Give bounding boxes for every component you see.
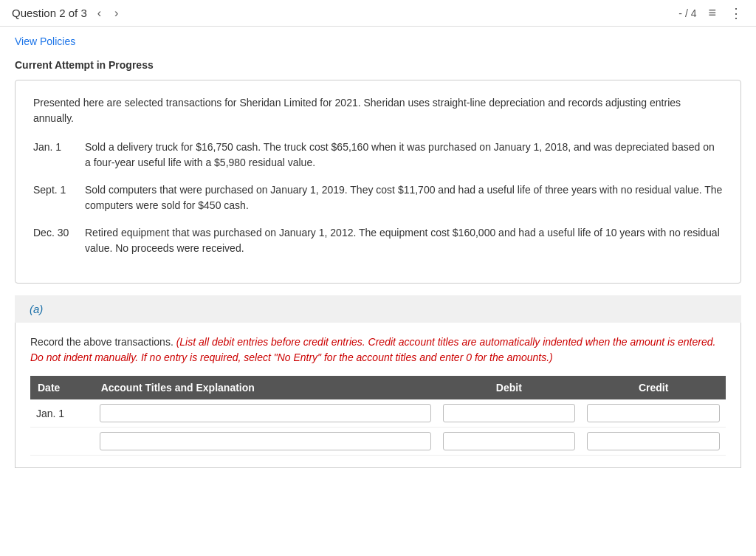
prev-button[interactable]: ‹ (94, 5, 104, 21)
trans-date-3: Dec. 30 (33, 225, 85, 256)
page-counter: - / 4 (678, 7, 696, 19)
more-options-button[interactable]: ⋮ (728, 4, 744, 23)
entry-debit-2 (437, 428, 582, 456)
instruction-text: Record the above transactions. (List all… (30, 334, 726, 365)
entry-account-1 (94, 399, 437, 428)
col-header-date: Date (30, 376, 94, 399)
transaction-row: Jan. 1 Sold a delivery truck for $16,750… (33, 140, 723, 171)
header-right: - / 4 ≡ ⋮ (678, 4, 744, 23)
trans-desc-3: Retired equipment that was purchased on … (85, 225, 723, 256)
question-intro: Presented here are selected transactions… (33, 95, 723, 126)
transaction-row: Dec. 30 Retired equipment that was purch… (33, 225, 723, 256)
body-content: View Policies Current Attempt in Progres… (0, 27, 756, 477)
entry-account-2 (94, 428, 437, 456)
current-attempt-label: Current Attempt in Progress (15, 59, 741, 71)
question-label: Question 2 of 3 (12, 7, 87, 19)
section-a-header: (a) (15, 295, 741, 323)
section-a-body: Record the above transactions. (List all… (15, 323, 741, 468)
question-box: Presented here are selected transactions… (15, 80, 741, 284)
journal-entry-row-2 (30, 428, 726, 456)
col-header-account: Account Titles and Explanation (94, 376, 437, 399)
trans-desc-1: Sold a delivery truck for $16,750 cash. … (85, 140, 723, 171)
transaction-table: Jan. 1 Sold a delivery truck for $16,750… (33, 140, 723, 256)
trans-desc-2: Sold computers that were purchased on Ja… (85, 182, 723, 213)
header-left: Question 2 of 3 ‹ › (12, 5, 121, 21)
journal-table: Date Account Titles and Explanation Debi… (30, 376, 726, 456)
instruction-prefix: Record the above transactions. (30, 336, 176, 348)
journal-entry-row-1: Jan. 1 (30, 399, 726, 428)
entry-debit-1 (437, 399, 582, 428)
header: Question 2 of 3 ‹ › - / 4 ≡ ⋮ (0, 0, 756, 27)
list-icon-button[interactable]: ≡ (707, 4, 718, 22)
transaction-row: Sept. 1 Sold computers that were purchas… (33, 182, 723, 213)
debit-input-2[interactable] (443, 432, 576, 450)
credit-input-1[interactable] (587, 404, 720, 422)
account-input-1[interactable] (100, 404, 431, 422)
section-a-label: (a) (30, 303, 43, 315)
entry-credit-1 (581, 399, 726, 428)
next-button[interactable]: › (111, 5, 121, 21)
debit-input-1[interactable] (443, 404, 576, 422)
table-header-row: Date Account Titles and Explanation Debi… (30, 376, 726, 399)
entry-date-2 (30, 428, 94, 456)
credit-input-2[interactable] (587, 432, 720, 450)
col-header-credit: Credit (581, 376, 726, 399)
entry-date-1: Jan. 1 (30, 399, 94, 428)
account-input-2[interactable] (100, 432, 431, 450)
entry-credit-2 (581, 428, 726, 456)
col-header-debit: Debit (437, 376, 582, 399)
view-policies-link[interactable]: View Policies (15, 35, 75, 47)
trans-date-2: Sept. 1 (33, 182, 85, 213)
trans-date-1: Jan. 1 (33, 140, 85, 171)
